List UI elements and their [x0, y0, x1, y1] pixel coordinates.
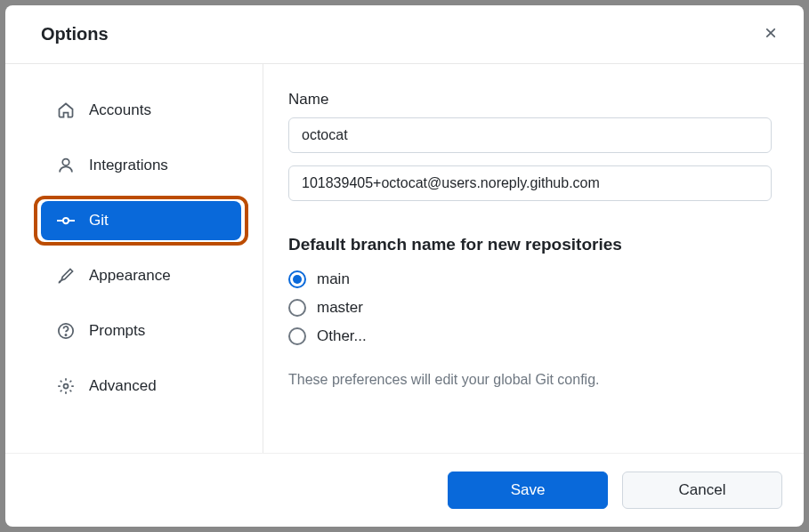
person-icon [57, 157, 75, 174]
sidebar-item-label: Git [89, 212, 109, 230]
gear-icon [57, 377, 75, 395]
modal-footer: Save Cancel [5, 453, 804, 527]
radio-option-other[interactable]: Other... [288, 327, 772, 345]
radio-label: main [317, 270, 350, 288]
name-input[interactable] [288, 117, 772, 153]
close-icon [763, 25, 779, 44]
question-icon [57, 322, 75, 340]
save-button[interactable]: Save [448, 472, 608, 509]
radio-icon [288, 299, 306, 317]
sidebar-item-prompts[interactable]: Prompts [41, 311, 241, 351]
modal-header: Options [5, 5, 804, 64]
svg-point-1 [63, 218, 69, 223]
sidebar-item-label: Prompts [89, 322, 145, 340]
radio-label: master [317, 299, 363, 317]
sidebar-item-appearance[interactable]: Appearance [41, 256, 241, 295]
radio-label: Other... [317, 327, 367, 345]
name-label: Name [288, 91, 772, 109]
close-button[interactable] [759, 21, 782, 47]
sidebar: Accounts Integrations Git [5, 64, 263, 453]
email-input[interactable] [288, 165, 772, 201]
content-panel: Name Default branch name for new reposit… [263, 64, 804, 453]
sidebar-item-label: Advanced [89, 377, 157, 395]
paintbrush-icon [57, 267, 75, 285]
radio-option-main[interactable]: main [288, 270, 772, 288]
svg-point-5 [65, 335, 66, 335]
sidebar-item-git[interactable]: Git [41, 201, 241, 240]
sidebar-item-accounts[interactable]: Accounts [41, 91, 241, 130]
sidebar-item-integrations[interactable]: Integrations [41, 146, 241, 185]
svg-point-0 [62, 159, 69, 166]
sidebar-item-label: Appearance [89, 267, 171, 285]
home-icon [57, 101, 75, 119]
radio-icon [288, 327, 306, 345]
modal-body: Accounts Integrations Git [5, 64, 804, 453]
default-branch-heading: Default branch name for new repositories [288, 235, 772, 254]
modal-title: Options [41, 24, 109, 44]
radio-option-master[interactable]: master [288, 299, 772, 317]
sidebar-item-label: Accounts [89, 101, 151, 119]
branch-radio-group: main master Other... [288, 270, 772, 345]
sidebar-item-label: Integrations [89, 157, 168, 174]
help-text: These preferences will edit your global … [288, 372, 772, 388]
cancel-button[interactable]: Cancel [622, 472, 782, 509]
radio-icon [288, 270, 306, 288]
options-modal: Options Accounts [5, 5, 804, 527]
svg-point-6 [64, 384, 69, 389]
git-commit-icon [57, 212, 75, 230]
sidebar-item-advanced[interactable]: Advanced [41, 367, 241, 406]
